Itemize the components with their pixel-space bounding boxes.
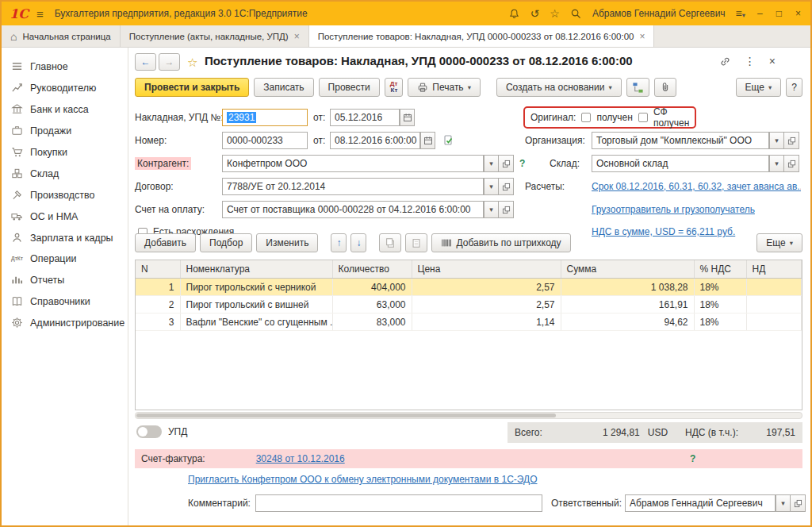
attachments-button[interactable]	[654, 78, 676, 97]
edo-status-icon[interactable]	[442, 134, 455, 147]
sf-received-label[interactable]: СФ получен	[653, 106, 689, 129]
favorites-star-icon[interactable]: ☆	[550, 7, 560, 20]
save-button[interactable]: Записать	[254, 78, 313, 97]
sidebar-item-purchases[interactable]: Покупки	[2, 141, 128, 163]
col-vat-cut[interactable]: НД	[746, 260, 802, 279]
organization-field[interactable]: Торговый дом "Комплексный" ООО	[592, 132, 769, 149]
link-icon[interactable]	[719, 56, 731, 67]
dropdown-icon[interactable]: ▾	[484, 178, 499, 195]
open-form-icon[interactable]	[499, 201, 514, 218]
tab-receipts-list[interactable]: Поступление (акты, накладные, УПД) ×	[121, 25, 309, 47]
sidebar-item-main[interactable]: Главное	[2, 56, 128, 77]
open-form-icon[interactable]	[784, 132, 799, 149]
warehouse-field[interactable]: Основной склад	[592, 155, 769, 172]
col-nomenclature[interactable]: Номенклатура	[180, 260, 332, 279]
contract-field[interactable]: 7788/УЕ от 20.12.2014	[222, 178, 484, 195]
sidebar-item-warehouse[interactable]: Склад	[2, 163, 128, 184]
move-down-button[interactable]: ↓	[350, 233, 366, 252]
tab-goods-receipt[interactable]: Поступление товаров: Накладная, УПД 0000…	[309, 25, 655, 47]
consignor-link[interactable]: Грузоотправитель и грузополучатель	[592, 204, 755, 215]
comment-field[interactable]	[255, 494, 542, 512]
more-menu-icon[interactable]: ⋮	[745, 55, 756, 67]
document-date-field[interactable]: 08.12.2016 6:00:00	[330, 132, 420, 149]
post-button[interactable]: Провести	[319, 78, 380, 97]
current-user[interactable]: Абрамов Геннадий Сергеевич	[592, 8, 726, 19]
invoice-help-icon[interactable]: ?	[690, 453, 695, 464]
sidebar-item-operations[interactable]: ДтКт Операции	[2, 248, 128, 269]
sidebar-item-production[interactable]: Производство	[2, 184, 128, 206]
responsible-field[interactable]: Абрамов Геннадий Сергеевич	[625, 494, 776, 512]
table-row[interactable]: 2 Пирог тирольский с вишней 63,000 2,57 …	[136, 296, 802, 314]
main-menu-icon[interactable]: ≡	[36, 7, 44, 21]
payment-invoice-field[interactable]: Счет от поставщика 0000-000228 от 04.12.…	[222, 201, 484, 218]
sidebar-item-bank-cash[interactable]: Банк и касса	[2, 98, 128, 120]
col-price[interactable]: Цена	[412, 260, 561, 279]
original-received-checkbox[interactable]	[581, 113, 591, 122]
invoice-link[interactable]: 30248 от 10.12.2016	[256, 453, 345, 464]
scrollbar-thumb[interactable]	[136, 414, 556, 417]
calendar-icon[interactable]	[400, 109, 415, 126]
horizontal-scrollbar[interactable]	[135, 412, 802, 419]
history-icon[interactable]: ↺	[530, 7, 540, 20]
table-row[interactable]: 3 Вафли "Венские" со сгущенным ... 83,00…	[136, 314, 802, 331]
notifications-bell-icon[interactable]	[508, 8, 520, 20]
help-button[interactable]: ?	[786, 78, 802, 97]
edit-button[interactable]: Изменить	[256, 233, 318, 252]
document-number-field[interactable]: 0000-000233	[222, 132, 308, 149]
sidebar-item-administration[interactable]: Администрирование	[2, 312, 128, 333]
open-form-icon[interactable]	[784, 155, 799, 172]
settlements-link[interactable]: Срок 08.12.2016, 60.31, 60.32, зачет ава…	[592, 181, 801, 192]
upd-toggle[interactable]	[136, 425, 162, 438]
sidebar-item-sales[interactable]: Продажи	[2, 120, 128, 141]
dropdown-icon[interactable]: ▾	[769, 155, 784, 172]
original-received-label[interactable]: получен	[596, 112, 632, 123]
open-form-icon[interactable]	[791, 494, 806, 512]
dropdown-icon[interactable]: ▾	[484, 155, 499, 172]
sidebar-item-reports[interactable]: Отчеты	[2, 269, 128, 290]
service-menu-icon[interactable]: ≡▾	[736, 7, 745, 20]
create-based-on-button[interactable]: Создать на основании▾	[496, 78, 622, 97]
table-row[interactable]: 1 Пирог тирольский с черникой 404,000 2,…	[136, 279, 802, 296]
favorite-star-icon[interactable]: ☆	[187, 56, 197, 70]
dropdown-icon[interactable]: ▾	[776, 494, 791, 512]
sidebar-item-manager[interactable]: Руководителю	[2, 77, 128, 98]
col-quantity[interactable]: Количество	[332, 260, 412, 279]
items-more-button[interactable]: Еще▾	[756, 233, 802, 252]
col-n[interactable]: N	[136, 260, 180, 279]
add-row-button[interactable]: Добавить	[135, 233, 196, 252]
calendar-icon[interactable]	[420, 132, 435, 149]
close-document-icon[interactable]: ×	[769, 55, 776, 67]
dropdown-icon[interactable]: ▾	[769, 132, 784, 149]
counterparty-help-icon[interactable]: ?	[519, 158, 525, 169]
incoming-number-field[interactable]: 23931	[222, 109, 308, 126]
print-button[interactable]: Печать▾	[408, 78, 481, 97]
back-button[interactable]: ←	[135, 53, 156, 71]
post-and-close-button[interactable]: Провести и закрыть	[135, 78, 249, 97]
tab-home[interactable]: ⌂ Начальная страница	[2, 25, 121, 47]
sidebar-item-fixed-assets[interactable]: ОС и НМА	[2, 206, 128, 227]
sf-received-checkbox[interactable]	[638, 113, 648, 122]
copy-row-button[interactable]	[379, 233, 401, 252]
related-documents-button[interactable]	[626, 78, 649, 97]
tab-close-icon[interactable]: ×	[639, 31, 645, 42]
sidebar-item-payroll[interactable]: Зарплата и кадры	[2, 227, 128, 248]
col-vat-rate[interactable]: % НДС	[694, 260, 746, 279]
move-up-button[interactable]: ↑	[331, 233, 347, 252]
forward-button[interactable]: →	[159, 53, 180, 71]
open-form-icon[interactable]	[499, 178, 514, 195]
open-form-icon[interactable]	[499, 155, 514, 172]
pick-button[interactable]: Подбор	[200, 233, 252, 252]
search-icon[interactable]	[570, 8, 582, 20]
incoming-date-field[interactable]: 05.12.2016	[330, 109, 400, 126]
more-button[interactable]: Еще▾	[736, 78, 782, 97]
close-window-button[interactable]: ×	[794, 8, 802, 19]
show-postings-button[interactable]: ДтКт	[385, 78, 404, 97]
maximize-button[interactable]: □	[775, 8, 783, 19]
col-sum[interactable]: Сумма	[561, 260, 694, 279]
counterparty-field[interactable]: Конфетпром ООО	[222, 155, 484, 172]
upd-toggle-wrap[interactable]: УПД	[136, 425, 187, 438]
minimize-button[interactable]: –	[756, 8, 764, 19]
sidebar-item-references[interactable]: Справочники	[2, 290, 128, 312]
paste-row-button[interactable]	[405, 233, 427, 252]
tab-close-icon[interactable]: ×	[294, 31, 300, 42]
